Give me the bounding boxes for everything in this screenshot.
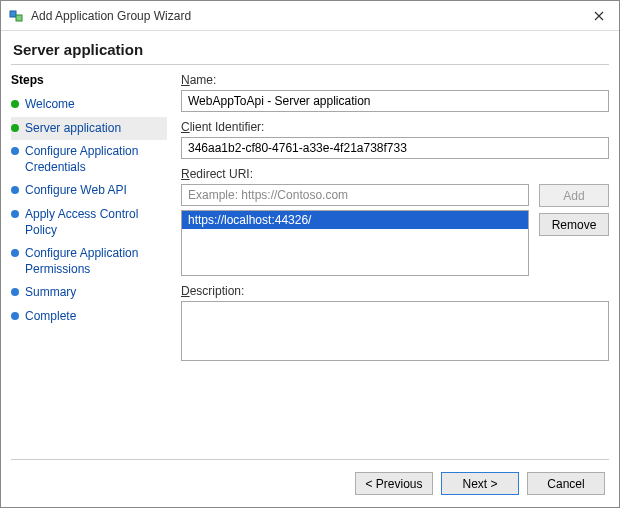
step-item[interactable]: Configure Application Permissions (11, 242, 167, 281)
client-id-field[interactable] (181, 137, 609, 159)
step-item[interactable]: Configure Web API (11, 179, 167, 203)
steps-heading: Steps (11, 73, 167, 93)
name-label: Name: (181, 73, 609, 87)
step-done-icon (11, 124, 19, 132)
svg-rect-1 (16, 15, 22, 21)
window-title: Add Application Group Wizard (31, 9, 579, 23)
step-pending-icon (11, 186, 19, 194)
form-panel: Name: Client Identifier: Redirect URI: h… (171, 65, 609, 459)
step-done-icon (11, 100, 19, 108)
steps-sidebar: Steps WelcomeServer applicationConfigure… (11, 65, 171, 459)
step-pending-icon (11, 312, 19, 320)
step-item[interactable]: Summary (11, 281, 167, 305)
previous-button[interactable]: < Previous (355, 472, 433, 495)
svg-rect-0 (10, 11, 16, 17)
step-item[interactable]: Welcome (11, 93, 167, 117)
step-pending-icon (11, 210, 19, 218)
step-label: Configure Application Permissions (25, 246, 165, 277)
step-item[interactable]: Apply Access Control Policy (11, 203, 167, 242)
step-label: Apply Access Control Policy (25, 207, 165, 238)
step-label: Complete (25, 309, 76, 325)
wizard-body: Steps WelcomeServer applicationConfigure… (11, 64, 609, 459)
step-label: Configure Web API (25, 183, 127, 199)
step-pending-icon (11, 288, 19, 296)
step-label: Server application (25, 121, 121, 137)
step-item[interactable]: Server application (11, 117, 167, 141)
step-item[interactable]: Configure Application Credentials (11, 140, 167, 179)
close-button[interactable] (579, 1, 619, 31)
app-group-icon (9, 8, 25, 24)
description-label: Description: (181, 284, 609, 298)
redirect-uri-item[interactable]: https://localhost:44326/ (182, 211, 528, 229)
step-pending-icon (11, 249, 19, 257)
name-input[interactable] (181, 90, 609, 112)
client-id-label: Client Identifier: (181, 120, 609, 134)
redirect-uri-label: Redirect URI: (181, 167, 609, 181)
wizard-window: Add Application Group Wizard Server appl… (0, 0, 620, 508)
remove-button[interactable]: Remove (539, 213, 609, 236)
titlebar: Add Application Group Wizard (1, 1, 619, 31)
step-label: Welcome (25, 97, 75, 113)
wizard-footer: < Previous Next > Cancel (11, 459, 609, 507)
cancel-button[interactable]: Cancel (527, 472, 605, 495)
step-item[interactable]: Complete (11, 305, 167, 329)
step-label: Summary (25, 285, 76, 301)
step-pending-icon (11, 147, 19, 155)
description-input[interactable] (181, 301, 609, 361)
redirect-uri-input[interactable] (181, 184, 529, 206)
step-label: Configure Application Credentials (25, 144, 165, 175)
next-button[interactable]: Next > (441, 472, 519, 495)
add-button[interactable]: Add (539, 184, 609, 207)
page-title: Server application (1, 31, 619, 64)
redirect-uri-list[interactable]: https://localhost:44326/ (181, 210, 529, 276)
